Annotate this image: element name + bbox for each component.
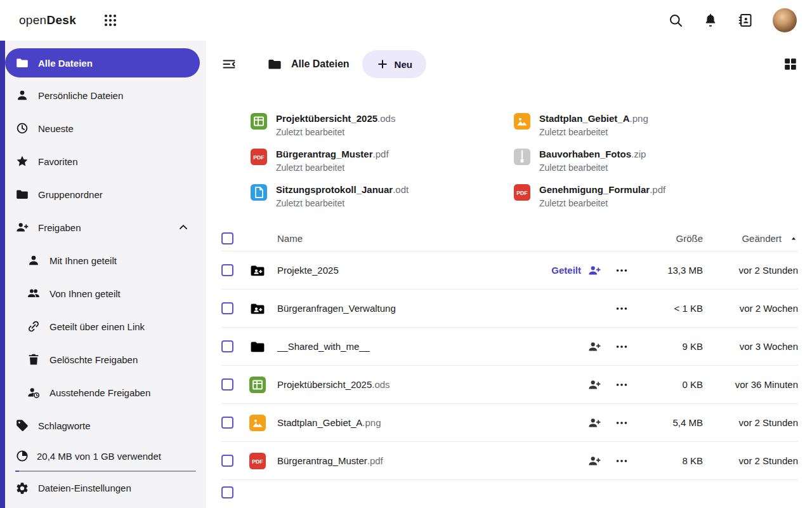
view-grid-toggle[interactable] (783, 57, 798, 72)
recent-file-card[interactable]: Genehmigung_Formular.pdf Zuletzt bearbei… (514, 184, 798, 208)
file-row[interactable]: Stadtplan_Gebiet_A.png 5,4 MB vor 2 Stun… (221, 404, 798, 442)
star-icon (15, 154, 29, 168)
file-row[interactable]: Projekte_2025 Geteilt 13,3 MB vor 2 Stun… (221, 251, 798, 290)
column-header-modified[interactable]: Geändert (703, 233, 798, 244)
more-icon (615, 378, 629, 392)
collapse-sidebar-button[interactable] (221, 57, 237, 72)
recent-file-card[interactable]: Bürgerantrag_Muster.pdf Zuletzt bearbeit… (251, 149, 514, 173)
column-header-size[interactable]: Größe (642, 233, 703, 244)
logo-text-bold: Desk (46, 13, 76, 27)
share-icon[interactable] (587, 378, 601, 392)
share-icon (15, 220, 29, 234)
file-status: Zuletzt bearbeitet (276, 198, 409, 208)
sidebar-item-persoenliche-dateien[interactable]: Persönliche Dateien (5, 79, 200, 112)
column-header-name[interactable]: Name (277, 233, 519, 244)
sidebar-item-ausstehende-freigaben[interactable]: Ausstehende Freigaben (5, 376, 200, 409)
ods-file-icon (249, 377, 266, 393)
more-actions-button[interactable] (615, 340, 629, 354)
avatar[interactable] (773, 8, 797, 32)
recent-file-card[interactable]: Sitzungsprotokoll_Januar.odt Zuletzt bea… (251, 184, 514, 208)
apps-grid-icon (103, 13, 118, 28)
share-icon[interactable] (587, 340, 601, 354)
recent-file-card[interactable]: Stadtplan_Gebiet_A.png Zuletzt bearbeite… (514, 113, 798, 137)
shared-label[interactable]: Geteilt (551, 265, 581, 276)
sidebar-item-geloeschte-freigaben[interactable]: Gelöschte Freigaben (5, 343, 200, 376)
recent-files-grid: Projektübersicht_2025.ods Zuletzt bearbe… (251, 113, 798, 208)
more-actions-button[interactable] (615, 378, 629, 392)
files-settings-button[interactable]: Dateien-Einstellungen (0, 472, 206, 508)
file-extension: .pdf (373, 149, 389, 159)
file-status: Zuletzt bearbeitet (539, 198, 665, 208)
share-icon[interactable] (587, 416, 601, 430)
row-checkbox[interactable] (221, 264, 233, 276)
plus-icon (376, 58, 389, 70)
recent-file-card[interactable]: Bauvorhaben_Fotos.zip Zuletzt bearbeitet (514, 149, 798, 173)
file-name: Stadtplan_Gebiet_A (539, 113, 630, 124)
file-name: __Shared_with_me__ (277, 341, 370, 352)
sidebar-item-label: Persönliche Dateien (38, 90, 123, 101)
share-icon[interactable] (587, 264, 601, 277)
more-actions-button[interactable] (615, 454, 629, 468)
person-icon (27, 253, 41, 267)
folder-icon (15, 56, 29, 70)
gear-icon (15, 481, 29, 495)
people-icon (27, 286, 41, 300)
select-all-checkbox[interactable] (221, 232, 233, 244)
trash-icon (27, 352, 41, 366)
sidebar-item-label: Neueste (38, 123, 74, 134)
more-actions-button[interactable] (615, 264, 629, 277)
file-row[interactable]: __Shared_with_me__ 9 KB vor 3 Wochen (221, 328, 798, 366)
sidebar-item-neueste[interactable]: Neueste (5, 112, 200, 145)
chevron-up-icon[interactable] (177, 221, 190, 234)
menu-open-icon (221, 57, 237, 72)
sidebar-item-geteilt-ueber-link[interactable]: Geteilt über einen Link (5, 310, 200, 343)
file-row[interactable]: Projektübersicht_2025.ods 0 KB vor 36 Mi… (221, 366, 798, 404)
sidebar-item-favoriten[interactable]: Favoriten (5, 145, 200, 178)
main-content: Alle Dateien Neu Projektübersicht_2025.o… (206, 41, 812, 508)
sidebar-item-schlagworte[interactable]: Schlagworte (5, 409, 200, 442)
file-name: Projekte_2025 (277, 265, 339, 276)
contacts-button[interactable] (738, 13, 753, 28)
file-row[interactable]: Bürgerantrag_Muster.pdf 8 KB vor 2 Stund… (221, 442, 798, 480)
row-checkbox[interactable] (221, 417, 233, 429)
file-extension: .zip (631, 149, 646, 159)
folder-icon (15, 187, 29, 201)
file-status: Zuletzt bearbeitet (539, 127, 648, 137)
bell-icon (703, 13, 718, 28)
new-button[interactable]: Neu (362, 50, 426, 78)
recent-file-card[interactable]: Projektübersicht_2025.ods Zuletzt bearbe… (251, 113, 514, 137)
more-actions-button[interactable] (615, 302, 629, 316)
sidebar-item-label: Von Ihnen geteilt (49, 288, 121, 299)
file-size: 5,4 MB (642, 417, 703, 428)
settings-label: Dateien-Einstellungen (38, 483, 131, 493)
sidebar-item-gruppenordner[interactable]: Gruppenordner (5, 178, 200, 211)
sidebar-item-label: Gelöschte Freigaben (49, 354, 138, 365)
search-button[interactable] (668, 13, 683, 28)
file-row[interactable] (221, 480, 798, 499)
row-checkbox[interactable] (221, 455, 233, 467)
app-logo[interactable]: openDesk (19, 13, 76, 27)
share-icon[interactable] (587, 454, 601, 468)
pdf-file-icon (514, 184, 530, 201)
file-row[interactable]: Bürgeranfragen_Verwaltung < 1 KB vor 2 W… (221, 290, 798, 328)
sidebar-item-von-ihnen-geteilt[interactable]: Von Ihnen geteilt (5, 277, 200, 310)
more-icon (615, 416, 629, 430)
file-name: Projektübersicht_2025 (276, 113, 377, 124)
row-checkbox[interactable] (221, 378, 233, 391)
sidebar-item-freigaben[interactable]: Freigaben (5, 211, 200, 244)
file-size: 9 KB (642, 341, 703, 352)
apps-grid-button[interactable] (103, 13, 118, 28)
sidebar-item-label: Mit Ihnen geteilt (49, 255, 117, 266)
more-actions-button[interactable] (615, 416, 629, 430)
breadcrumb[interactable]: Alle Dateien (267, 57, 350, 72)
row-checkbox[interactable] (221, 486, 233, 498)
notifications-button[interactable] (703, 13, 718, 28)
row-checkbox[interactable] (221, 340, 233, 352)
sidebar-item-label: Geteilt über einen Link (49, 321, 145, 332)
sidebar-item-alle-dateien[interactable]: Alle Dateien (5, 48, 200, 77)
main-toolbar: Alle Dateien Neu (221, 41, 798, 88)
file-modified: vor 3 Wochen (703, 341, 798, 352)
file-status: Zuletzt bearbeitet (539, 163, 646, 173)
sidebar-item-mit-ihnen-geteilt[interactable]: Mit Ihnen geteilt (5, 244, 200, 277)
row-checkbox[interactable] (221, 302, 233, 314)
